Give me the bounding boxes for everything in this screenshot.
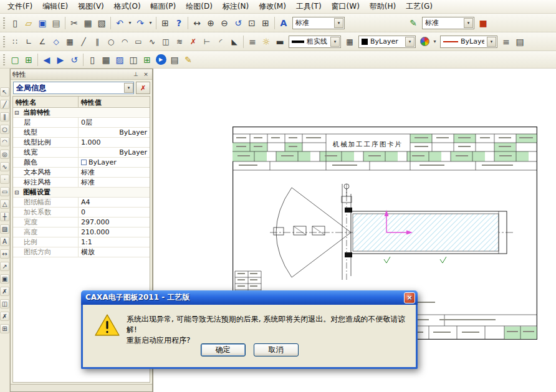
property-group-sheet[interactable]: ⊟ 图幅设置: [13, 188, 150, 198]
toolbar-grip[interactable]: [3, 54, 5, 65]
property-row[interactable]: 线宽ByLayer: [13, 148, 150, 158]
osnap-icon[interactable]: ◇: [49, 35, 63, 49]
menu-format[interactable]: 格式(O): [109, 0, 146, 14]
toolbar-grip[interactable]: [3, 36, 5, 47]
chevron-down-icon[interactable]: ▾: [464, 18, 473, 28]
color-wheel-icon[interactable]: [418, 35, 431, 49]
print-icon[interactable]: ▤: [49, 16, 63, 30]
property-group-current[interactable]: ⊟ 当前特性: [13, 108, 150, 118]
format-brush-icon[interactable]: ✎: [181, 53, 195, 67]
property-value[interactable]: 210.000: [79, 228, 150, 236]
centerline-icon[interactable]: ┼: [0, 212, 9, 221]
properties-panel-header[interactable]: 特性 ⊥ ×: [11, 69, 152, 80]
property-row[interactable]: 加长系数0: [13, 208, 150, 218]
layer-lamp-icon[interactable]: ☼: [259, 35, 273, 49]
arc-tool-icon[interactable]: ◠: [118, 35, 132, 49]
collapse-icon[interactable]: ⊟: [14, 189, 21, 196]
property-value[interactable]: ByLayer: [79, 148, 150, 156]
menu-modify[interactable]: 修改(M): [254, 0, 291, 14]
ellipse-icon[interactable]: ◎: [0, 150, 9, 159]
ortho-icon[interactable]: ∟: [22, 35, 36, 49]
property-value[interactable]: A4: [79, 198, 150, 206]
menu-view[interactable]: 视图(V): [73, 0, 109, 14]
grid-icon[interactable]: ▦: [63, 35, 77, 49]
card-table-icon[interactable]: ⊞: [140, 53, 154, 67]
save-icon[interactable]: ▣: [36, 16, 49, 30]
insert-object-icon[interactable]: ⊞: [158, 16, 172, 30]
menu-help[interactable]: 帮助(H): [365, 0, 401, 14]
redo-dropdown-icon[interactable]: ▾: [147, 16, 154, 30]
ok-button[interactable]: 确定: [201, 343, 246, 356]
zoom-window-icon[interactable]: ⊡: [245, 16, 259, 30]
menu-process[interactable]: 工艺(G): [401, 0, 438, 14]
point-icon[interactable]: ·: [0, 174, 9, 184]
fillet-tool-icon[interactable]: ◜: [214, 35, 228, 49]
property-row[interactable]: 比例1:1: [13, 237, 150, 247]
parallel-tool-icon[interactable]: ∥: [90, 35, 104, 49]
merge-cell-icon[interactable]: ◫: [127, 53, 140, 67]
trim-icon[interactable]: ✗: [0, 287, 9, 296]
chevron-down-icon[interactable]: ▾: [487, 37, 496, 47]
statistics-icon[interactable]: ▤: [513, 35, 527, 49]
linetype-combo[interactable]: ByLayer ▾: [440, 36, 497, 48]
mirror-tool-icon[interactable]: ◫: [159, 35, 173, 49]
copy-icon[interactable]: ▦: [81, 16, 95, 30]
hatch-icon[interactable]: ▨: [0, 224, 9, 234]
zoom-out-icon[interactable]: ⊖: [218, 16, 231, 30]
property-row[interactable]: 颜色ByLayer: [13, 158, 150, 168]
rectangle-icon[interactable]: ▭: [0, 187, 9, 196]
run-icon[interactable]: ▶: [154, 53, 168, 67]
chevron-down-icon[interactable]: ▾: [330, 37, 340, 47]
frame-settings-icon[interactable]: ▢: [8, 53, 22, 67]
cancel-button[interactable]: 取消: [254, 343, 299, 356]
chevron-down-icon[interactable]: ▾: [334, 18, 343, 28]
property-row[interactable]: 线型ByLayer: [13, 128, 150, 138]
circle-tool-icon[interactable]: ○: [104, 35, 118, 49]
spline-tool-icon[interactable]: ∿: [145, 35, 159, 49]
text-style-combo[interactable]: 标准 ▾: [292, 17, 345, 29]
circle-icon[interactable]: ○: [0, 125, 9, 134]
property-value[interactable]: 横放: [79, 247, 150, 257]
snap-icon[interactable]: ∷: [8, 35, 22, 49]
previous-card-icon[interactable]: ◀: [40, 53, 54, 67]
zoom-previous-icon[interactable]: ↺: [231, 16, 245, 30]
menu-draw[interactable]: 绘图(D): [181, 0, 218, 14]
block-icon[interactable]: ▣: [0, 274, 9, 284]
property-row[interactable]: 高度210.000: [13, 227, 150, 237]
lineweight-icon[interactable]: ▬: [273, 35, 287, 49]
property-row[interactable]: 宽度297.000: [13, 218, 150, 227]
color-dropdown-icon[interactable]: ▾: [431, 35, 438, 49]
property-row[interactable]: 层0层: [13, 118, 150, 128]
cut-icon[interactable]: ✂: [67, 16, 81, 30]
chevron-down-icon[interactable]: ▾: [124, 83, 133, 93]
plugin-icon[interactable]: ■: [476, 16, 490, 30]
trim-tool-icon[interactable]: ✗: [186, 35, 200, 49]
pin-icon[interactable]: ⊥: [132, 70, 140, 79]
line-style-combo[interactable]: 粗实线 ▾: [289, 36, 341, 48]
menu-edit[interactable]: 编辑(E): [37, 0, 73, 14]
dimension-icon[interactable]: ↔: [0, 249, 9, 259]
zoom-in-icon[interactable]: ⊕: [204, 16, 218, 30]
layers-icon[interactable]: ≡: [246, 35, 259, 49]
select-icon[interactable]: ↖: [0, 87, 9, 97]
mirror-icon[interactable]: ◫: [0, 299, 9, 308]
property-value[interactable]: 297.000: [79, 218, 150, 226]
dimension-style-combo[interactable]: 标准 ▾: [422, 17, 474, 29]
spline-icon[interactable]: ∿: [0, 162, 9, 171]
erase-icon[interactable]: ✗: [0, 312, 9, 321]
paste-icon[interactable]: ▧: [95, 16, 108, 30]
chamfer-tool-icon[interactable]: ◣: [228, 35, 241, 49]
zoom-all-icon[interactable]: ⊞: [259, 16, 272, 30]
property-value[interactable]: 0: [79, 208, 150, 216]
polygon-icon[interactable]: △: [0, 199, 9, 209]
menu-sheet[interactable]: 幅面(P): [146, 0, 181, 14]
menu-dimension[interactable]: 标注(N): [218, 0, 254, 14]
chevron-down-icon[interactable]: ▾: [405, 37, 415, 47]
text-icon[interactable]: A: [0, 237, 9, 246]
array-icon[interactable]: ⊞: [0, 324, 9, 333]
layer-settings-icon[interactable]: ▦: [343, 35, 357, 49]
text-style-icon[interactable]: A: [277, 16, 290, 30]
parallel-line-icon[interactable]: ∥: [0, 112, 9, 122]
help-icon[interactable]: ?: [172, 16, 186, 30]
linetype-manager-icon[interactable]: ≡: [499, 35, 513, 49]
